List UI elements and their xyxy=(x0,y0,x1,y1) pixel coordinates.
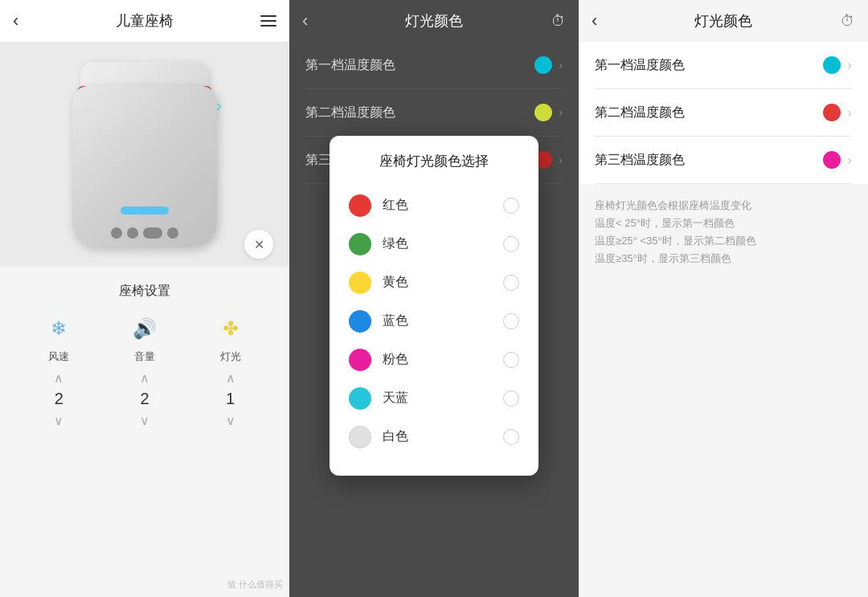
panel3-option-3-right: › xyxy=(823,151,852,169)
ctrl-btn-3 xyxy=(167,227,178,239)
color-option-blue[interactable]: 蓝色 xyxy=(349,301,519,340)
volume-value: 2 xyxy=(140,390,149,408)
ctrl-btn-oval xyxy=(143,227,162,239)
seat-settings-title: 座椅设置 xyxy=(16,283,273,300)
light-icon: ✤ xyxy=(215,313,247,345)
wind-value: 2 xyxy=(55,390,63,408)
panel3-option-1-chevron: › xyxy=(847,57,852,74)
color-option-pink-left: 粉色 xyxy=(349,348,408,370)
panel2-option-3-chevron: › xyxy=(559,153,563,166)
light-label: 灯光 xyxy=(220,350,241,364)
menu-line-3 xyxy=(260,25,276,27)
seat-main-body xyxy=(72,86,217,247)
white-label: 白色 xyxy=(383,428,408,445)
white-radio[interactable] xyxy=(503,428,519,444)
color-option-green[interactable]: 绿色 xyxy=(349,224,519,263)
panel3-option-2-chevron: › xyxy=(847,104,852,121)
green-label: 绿色 xyxy=(383,235,408,252)
color-option-yellow[interactable]: 黄色 xyxy=(349,263,519,301)
panel3-option-1-right: › xyxy=(823,56,852,74)
seat-illustration xyxy=(56,62,233,247)
light-up-button[interactable]: ∧ xyxy=(219,369,242,386)
controls-row: ❄ 风速 ∧ 2 ∨ 🔊 音量 ∧ 2 ∨ ✤ 灯光 xyxy=(16,313,273,429)
green-radio[interactable] xyxy=(503,235,519,251)
color-option-pink[interactable]: 粉色 xyxy=(349,340,519,378)
light-control: ✤ 灯光 ∧ 1 ∨ xyxy=(199,313,263,429)
panel3-options-list: 第一档温度颜色 › 第二档温度颜色 › 第三档温度颜色 › xyxy=(579,42,868,184)
panel3-back-button[interactable]: ‹ xyxy=(592,10,597,31)
red-radio[interactable] xyxy=(503,197,519,213)
panel2-option-1-right: › xyxy=(534,56,563,74)
panel3-option-1-color xyxy=(823,56,841,74)
white-circle xyxy=(349,425,371,448)
panel-light-color-settings: ‹ 灯光颜色 ⏱ 第一档温度颜色 › 第二档温度颜色 › 第三档温度颜色 › xyxy=(579,0,868,597)
panel2-option-1-chevron: › xyxy=(559,59,563,72)
pink-label: 粉色 xyxy=(383,351,408,368)
menu-line-1 xyxy=(260,15,276,17)
color-option-red-left: 红色 xyxy=(349,194,408,216)
panel3-option-2-color xyxy=(823,104,841,121)
panel-light-color-modal: ‹ 灯光颜色 ⏱ 第一档温度颜色 › 第二档温度颜色 › 第三档温度颜色 › xyxy=(289,0,579,597)
panel3-header: ‹ 灯光颜色 ⏱ xyxy=(579,0,868,42)
panel3-title: 灯光颜色 xyxy=(694,11,752,31)
panel2-option-2-label: 第二档温度颜色 xyxy=(305,104,395,121)
volume-label: 音量 xyxy=(134,350,155,364)
color-option-yellow-left: 黄色 xyxy=(349,271,408,293)
volume-control: 🔊 音量 ∧ 2 ∨ xyxy=(113,313,177,429)
volume-up-button[interactable]: ∧ xyxy=(133,369,156,386)
color-picker-modal: 座椅灯光颜色选择 红色 绿色 黄色 蓝色 xyxy=(330,135,538,475)
pink-radio[interactable] xyxy=(503,351,519,367)
wind-value-row: ∧ 2 ∨ xyxy=(47,369,70,429)
panel3-option-3[interactable]: 第三档温度颜色 › xyxy=(595,137,852,184)
cyan-circle xyxy=(349,386,371,409)
panel3-option-2-label: 第二档温度颜色 xyxy=(595,104,685,121)
panel2-option-1-color xyxy=(534,56,552,74)
blue-circle xyxy=(349,309,371,332)
menu-button[interactable] xyxy=(260,15,276,27)
panel3-description: 座椅灯光颜色会根据座椅温度变化 温度< 25°时，显示第一档颜色 温度≥25° … xyxy=(579,184,868,280)
seat-settings-section: 座椅设置 ❄ 风速 ∧ 2 ∨ 🔊 音量 ∧ 2 ∨ xyxy=(0,267,289,437)
panel1-back-button[interactable]: ‹ xyxy=(13,10,18,31)
volume-down-button[interactable]: ∨ xyxy=(133,411,156,429)
pink-circle xyxy=(349,348,371,370)
wind-down-button[interactable]: ∨ xyxy=(47,411,70,429)
ctrl-btn-1 xyxy=(111,227,122,239)
color-option-white-left: 白色 xyxy=(349,425,408,448)
panel2-option-1[interactable]: 第一档温度颜色 › xyxy=(305,42,563,89)
color-option-red[interactable]: 红色 xyxy=(349,186,519,224)
panel2-clock-button[interactable]: ⏱ xyxy=(551,13,566,30)
color-option-cyan[interactable]: 天蓝 xyxy=(349,378,519,417)
panel2-header: ‹ 灯光颜色 ⏱ xyxy=(289,0,579,42)
panel2-back-button[interactable]: ‹ xyxy=(302,10,308,31)
color-option-blue-left: 蓝色 xyxy=(349,309,408,332)
color-option-cyan-left: 天蓝 xyxy=(349,386,408,409)
panel2-option-3-right: › xyxy=(534,151,563,169)
watermark: 值 什么值得买 xyxy=(227,579,283,591)
red-circle xyxy=(349,194,371,216)
panel3-option-2[interactable]: 第二档温度颜色 › xyxy=(595,89,852,137)
close-button[interactable]: ✕ xyxy=(244,230,273,259)
panel2-option-2-right: › xyxy=(534,104,563,121)
wind-label: 风速 xyxy=(48,350,69,364)
panel1-header: ‹ 儿童座椅 xyxy=(0,0,289,42)
panel3-option-3-label: 第三档温度颜色 xyxy=(595,152,685,169)
green-circle xyxy=(349,232,371,255)
panel2-option-2-color xyxy=(534,104,552,121)
panel-seat-main: ‹ 儿童座椅 xyxy=(0,0,289,597)
cyan-label: 天蓝 xyxy=(383,390,408,407)
light-down-button[interactable]: ∨ xyxy=(219,411,242,429)
color-option-white[interactable]: 白色 xyxy=(349,417,519,456)
panel3-option-2-right: › xyxy=(823,104,852,121)
wind-up-button[interactable]: ∧ xyxy=(47,369,70,386)
wind-icon: ❄ xyxy=(43,313,75,345)
panel3-clock-button[interactable]: ⏱ xyxy=(841,13,855,30)
panel3-option-1[interactable]: 第一档温度颜色 › xyxy=(595,42,852,89)
panel2-option-2-chevron: › xyxy=(559,106,563,119)
seat-image-area: ✕ xyxy=(0,42,289,267)
wind-control: ❄ 风速 ∧ 2 ∨ xyxy=(27,313,91,429)
panel2-option-2[interactable]: 第二档温度颜色 › xyxy=(305,89,563,137)
yellow-radio[interactable] xyxy=(503,274,519,290)
blue-radio[interactable] xyxy=(503,313,519,329)
panel2-option-1-label: 第一档温度颜色 xyxy=(305,57,395,74)
cyan-radio[interactable] xyxy=(503,390,519,406)
